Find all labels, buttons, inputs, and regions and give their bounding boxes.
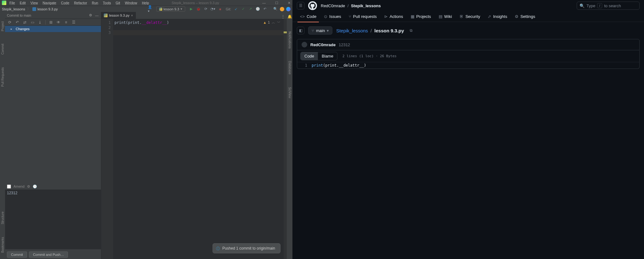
rollback-icon[interactable]: ↶ bbox=[15, 20, 19, 25]
window-close-icon[interactable]: ✕ bbox=[288, 1, 291, 5]
inspection-widget[interactable]: ▲ 1 ︿ ﹀ bbox=[264, 20, 280, 25]
notification-balloon[interactable]: Pushed 1 commit to origin/main bbox=[213, 243, 280, 253]
nav-insights[interactable]: ⬀Insights bbox=[485, 11, 510, 22]
code-tab-button[interactable]: Code bbox=[301, 52, 318, 60]
amend-checkbox[interactable] bbox=[7, 185, 11, 189]
tool-commit[interactable]: Commit bbox=[1, 44, 4, 54]
nav-projects[interactable]: ▦Projects bbox=[408, 11, 434, 22]
nav-wiki[interactable]: ▤Wiki bbox=[436, 11, 455, 22]
window-minimize-icon[interactable]: — bbox=[262, 1, 266, 5]
commit-tool-window: Commit to main ⚙ — ⟳ ↶ ⇄ ▭ ⤓ ⊞ 👁 ≡ ☰ bbox=[5, 12, 101, 259]
tabs-more-icon[interactable]: ⋮ bbox=[281, 14, 285, 19]
commit-message[interactable]: 12312 bbox=[339, 42, 350, 47]
menu-view[interactable]: View bbox=[31, 1, 38, 5]
git-update-icon[interactable]: ↙ bbox=[234, 7, 238, 11]
commit-options-icon[interactable]: ⚙ bbox=[27, 185, 30, 189]
python-file-icon bbox=[32, 7, 36, 11]
menu-code[interactable]: Code bbox=[61, 1, 69, 5]
code-blame-toggle: Code Blame bbox=[300, 52, 337, 60]
menu-run[interactable]: Run bbox=[92, 1, 98, 5]
commit-hide-icon[interactable]: — bbox=[95, 13, 99, 18]
nav-pull-requests[interactable]: ⑂Pull requests bbox=[346, 11, 380, 22]
breadcrumb-project[interactable]: Stepik_lessons bbox=[2, 7, 25, 11]
commit-author-avatar[interactable] bbox=[302, 42, 307, 47]
notifications-bell-icon[interactable]: 🔔 bbox=[287, 14, 292, 19]
gh-search-input[interactable]: 🔍 Type / to search bbox=[577, 2, 640, 10]
tool-sciview[interactable]: SciView bbox=[288, 87, 291, 98]
menu-window[interactable]: Window bbox=[125, 1, 137, 5]
code-with-me-icon[interactable] bbox=[286, 7, 291, 11]
warning-triangle-icon: ▲ bbox=[264, 20, 266, 25]
view-options-icon[interactable]: 👁 bbox=[56, 20, 61, 25]
add-config-icon[interactable]: 👤▾ bbox=[148, 7, 153, 11]
refresh-icon[interactable]: ⟳ bbox=[8, 20, 12, 25]
menu-git[interactable]: Git bbox=[116, 1, 120, 5]
nav-security[interactable]: ⛨Security bbox=[456, 11, 483, 22]
nav-settings[interactable]: ⚙Settings bbox=[512, 11, 538, 22]
gh-latest-commit[interactable]: RedC0mrade 12312 bbox=[297, 39, 640, 50]
editor-content[interactable]: print(print.__delattr__) bbox=[113, 19, 287, 259]
breadcrumb-file[interactable]: lesson 9.3.py bbox=[37, 7, 58, 11]
profile-icon[interactable]: ◔▾ bbox=[211, 7, 215, 11]
menu-help[interactable]: Help bbox=[142, 1, 149, 5]
github-logo-icon[interactable] bbox=[308, 1, 317, 10]
changes-node[interactable]: Changes bbox=[5, 26, 101, 32]
git-commit-icon[interactable]: ✓ bbox=[241, 7, 246, 11]
expand-all-icon[interactable]: ≡ bbox=[64, 20, 68, 25]
menu-refactor[interactable]: Refactor bbox=[74, 1, 87, 5]
commit-message-input[interactable] bbox=[5, 190, 101, 249]
commit-title: Commit to main bbox=[7, 14, 31, 17]
window-maximize-icon[interactable]: ☐ bbox=[275, 1, 278, 5]
collapse-all-icon[interactable]: ☰ bbox=[71, 20, 76, 25]
side-panel-toggle-icon[interactable]: ◧ bbox=[297, 27, 304, 34]
menu-file[interactable]: File bbox=[9, 1, 15, 5]
tool-structure[interactable]: Structure bbox=[1, 212, 4, 224]
commit-and-push-button[interactable]: Commit and Push… bbox=[29, 251, 68, 258]
commit-button[interactable]: Commit bbox=[7, 251, 27, 258]
run-icon[interactable]: ▶ bbox=[189, 7, 194, 11]
git-push-icon[interactable]: ↗ bbox=[248, 7, 253, 11]
gh-file-content[interactable]: 1 print(print.__delattr__) bbox=[297, 62, 639, 69]
branch-selector[interactable]: ⑂ main ▾ bbox=[308, 26, 332, 35]
shelve-icon[interactable]: ⤓ bbox=[38, 20, 42, 25]
run-coverage-icon[interactable]: ⟳ bbox=[203, 7, 208, 11]
tool-notifications[interactable]: Notifications bbox=[288, 31, 291, 48]
nav-actions[interactable]: ⊳Actions bbox=[381, 11, 406, 22]
prev-highlight-icon[interactable]: ︿ bbox=[272, 20, 275, 25]
graph-icon: ⬀ bbox=[488, 14, 491, 19]
tool-project[interactable]: Project bbox=[1, 21, 4, 31]
menu-tools[interactable]: Tools bbox=[103, 1, 111, 5]
tool-bookmarks[interactable]: Bookmarks bbox=[1, 237, 4, 253]
editor-tab[interactable]: lesson 9.3.py × bbox=[101, 12, 136, 19]
menu-navigate[interactable]: Navigate bbox=[43, 1, 56, 5]
error-stripe[interactable] bbox=[284, 19, 287, 259]
commit-author-link[interactable]: RedC0mrade bbox=[310, 42, 336, 47]
nav-code[interactable]: <>Code bbox=[297, 11, 319, 22]
gh-breadcrumb: RedC0mrade / Stepik_lessons bbox=[321, 3, 381, 8]
hamburger-menu-icon[interactable]: ☰ bbox=[297, 2, 304, 9]
nav-issues[interactable]: ⊙Issues bbox=[321, 11, 344, 22]
debug-icon[interactable]: 🐞 bbox=[196, 7, 201, 11]
tool-pull-requests[interactable]: Pull Requests bbox=[1, 67, 4, 87]
commit-settings-icon[interactable]: ⚙ bbox=[88, 13, 93, 18]
commit-history-icon[interactable]: 🕓 bbox=[33, 185, 37, 189]
diff-icon[interactable]: ⇄ bbox=[23, 20, 27, 25]
next-highlight-icon[interactable]: ﹀ bbox=[277, 20, 280, 25]
stop-icon[interactable]: ■ bbox=[218, 7, 223, 11]
group-by-icon[interactable]: ⊞ bbox=[49, 20, 53, 25]
copy-path-icon[interactable]: ⧉ bbox=[408, 27, 415, 34]
git-history-icon[interactable]: 🕓 bbox=[255, 7, 260, 11]
git-rollback-icon[interactable]: ↶ bbox=[263, 7, 267, 11]
search-everywhere-icon[interactable]: 🔍 bbox=[273, 7, 278, 11]
tool-database[interactable]: Database bbox=[288, 61, 291, 74]
close-tab-icon[interactable]: × bbox=[131, 14, 133, 17]
gh-repo-link[interactable]: Stepik_lessons bbox=[351, 3, 381, 8]
menu-edit[interactable]: Edit bbox=[20, 1, 26, 5]
gh-path-repo-link[interactable]: Stepik_lessons bbox=[336, 28, 368, 33]
account-avatar-icon[interactable] bbox=[280, 7, 284, 11]
gh-owner-link[interactable]: RedC0mrade bbox=[321, 3, 345, 8]
blame-tab-button[interactable]: Blame bbox=[318, 52, 337, 60]
changelist-icon[interactable]: ▭ bbox=[30, 20, 35, 25]
ide-window-title: Stepik_lessons – lesson 9.3.py bbox=[172, 1, 219, 5]
run-config-selector[interactable]: lesson 9.3 ▾ bbox=[156, 6, 185, 12]
